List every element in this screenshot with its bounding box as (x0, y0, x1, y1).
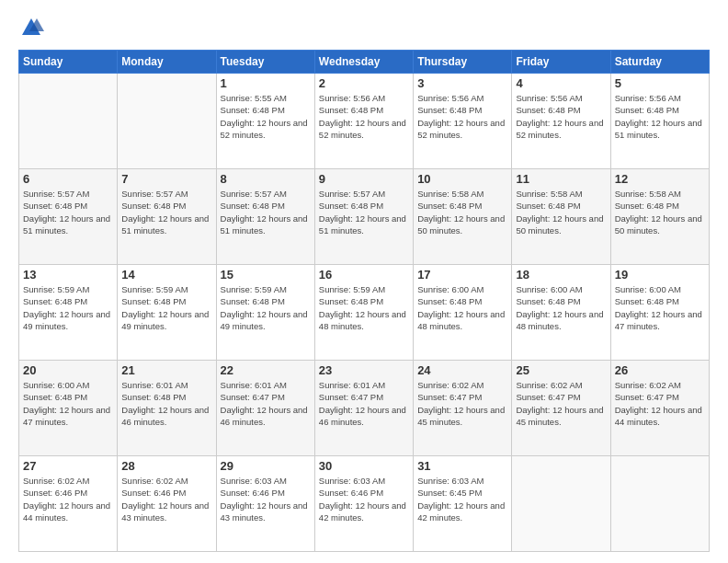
day-info: Sunrise: 6:01 AM Sunset: 6:47 PM Dayligh… (221, 379, 311, 428)
day-number: 15 (221, 268, 311, 282)
day-number: 11 (516, 172, 606, 186)
day-number: 16 (319, 268, 409, 282)
day-number: 30 (319, 459, 409, 473)
calendar-cell: 3Sunrise: 5:56 AM Sunset: 6:48 PM Daylig… (414, 74, 512, 169)
week-row-4: 20Sunrise: 6:00 AM Sunset: 6:48 PM Dayli… (19, 361, 710, 456)
calendar-cell: 4Sunrise: 5:56 AM Sunset: 6:48 PM Daylig… (512, 74, 610, 169)
day-info: Sunrise: 5:55 AM Sunset: 6:48 PM Dayligh… (221, 92, 311, 141)
calendar-cell: 9Sunrise: 5:57 AM Sunset: 6:48 PM Daylig… (314, 169, 413, 265)
week-row-2: 6Sunrise: 5:57 AM Sunset: 6:48 PM Daylig… (19, 169, 710, 265)
day-number: 8 (221, 172, 311, 186)
day-info: Sunrise: 6:00 AM Sunset: 6:48 PM Dayligh… (516, 283, 606, 332)
calendar-table: SundayMondayTuesdayWednesdayThursdayFrid… (18, 50, 710, 552)
calendar-cell: 12Sunrise: 5:58 AM Sunset: 6:48 PM Dayli… (610, 169, 709, 265)
calendar-cell: 13Sunrise: 5:59 AM Sunset: 6:48 PM Dayli… (19, 265, 118, 361)
weekday-header-tuesday: Tuesday (216, 51, 314, 74)
calendar-cell: 26Sunrise: 6:02 AM Sunset: 6:47 PM Dayli… (610, 361, 709, 456)
day-number: 19 (615, 268, 705, 282)
day-info: Sunrise: 6:00 AM Sunset: 6:48 PM Dayligh… (23, 379, 113, 428)
day-info: Sunrise: 6:00 AM Sunset: 6:48 PM Dayligh… (417, 283, 507, 332)
day-number: 24 (417, 363, 507, 377)
day-info: Sunrise: 5:56 AM Sunset: 6:48 PM Dayligh… (615, 92, 705, 141)
day-info: Sunrise: 5:57 AM Sunset: 6:48 PM Dayligh… (121, 188, 211, 236)
day-info: Sunrise: 5:57 AM Sunset: 6:48 PM Dayligh… (23, 188, 113, 236)
day-info: Sunrise: 6:03 AM Sunset: 6:45 PM Dayligh… (417, 475, 507, 523)
calendar-cell (118, 74, 216, 169)
day-number: 21 (121, 363, 211, 377)
calendar-cell: 24Sunrise: 6:02 AM Sunset: 6:47 PM Dayli… (414, 361, 512, 456)
calendar-cell (610, 456, 709, 552)
weekday-header-sunday: Sunday (19, 51, 118, 74)
calendar-cell: 16Sunrise: 5:59 AM Sunset: 6:48 PM Dayli… (314, 265, 413, 361)
weekday-header-friday: Friday (512, 51, 610, 74)
calendar-cell: 21Sunrise: 6:01 AM Sunset: 6:48 PM Dayli… (118, 361, 216, 456)
logo (18, 15, 48, 40)
day-number: 13 (23, 268, 113, 282)
day-info: Sunrise: 5:56 AM Sunset: 6:48 PM Dayligh… (319, 92, 409, 141)
calendar-cell: 18Sunrise: 6:00 AM Sunset: 6:48 PM Dayli… (512, 265, 610, 361)
weekday-header-wednesday: Wednesday (314, 51, 413, 74)
calendar-cell: 19Sunrise: 6:00 AM Sunset: 6:48 PM Dayli… (610, 265, 709, 361)
day-number: 12 (615, 172, 705, 186)
day-number: 25 (516, 363, 606, 377)
day-number: 9 (319, 172, 409, 186)
day-info: Sunrise: 6:02 AM Sunset: 6:47 PM Dayligh… (516, 379, 606, 428)
day-number: 5 (615, 76, 705, 90)
day-info: Sunrise: 5:58 AM Sunset: 6:48 PM Dayligh… (516, 188, 606, 236)
day-info: Sunrise: 6:01 AM Sunset: 6:47 PM Dayligh… (319, 379, 409, 428)
day-info: Sunrise: 6:03 AM Sunset: 6:46 PM Dayligh… (319, 475, 409, 523)
day-number: 26 (615, 363, 705, 377)
day-number: 14 (121, 268, 211, 282)
day-info: Sunrise: 5:56 AM Sunset: 6:48 PM Dayligh… (516, 92, 606, 141)
calendar-cell: 27Sunrise: 6:02 AM Sunset: 6:46 PM Dayli… (19, 456, 118, 552)
day-number: 6 (23, 172, 113, 186)
calendar-cell: 5Sunrise: 5:56 AM Sunset: 6:48 PM Daylig… (610, 74, 709, 169)
week-row-3: 13Sunrise: 5:59 AM Sunset: 6:48 PM Dayli… (19, 265, 710, 361)
day-number: 20 (23, 363, 113, 377)
calendar-cell: 14Sunrise: 5:59 AM Sunset: 6:48 PM Dayli… (118, 265, 216, 361)
weekday-header-thursday: Thursday (414, 51, 512, 74)
calendar-cell: 11Sunrise: 5:58 AM Sunset: 6:48 PM Dayli… (512, 169, 610, 265)
calendar-cell: 28Sunrise: 6:02 AM Sunset: 6:46 PM Dayli… (118, 456, 216, 552)
calendar-cell: 22Sunrise: 6:01 AM Sunset: 6:47 PM Dayli… (216, 361, 314, 456)
calendar-cell: 1Sunrise: 5:55 AM Sunset: 6:48 PM Daylig… (216, 74, 314, 169)
calendar-cell: 29Sunrise: 6:03 AM Sunset: 6:46 PM Dayli… (216, 456, 314, 552)
day-number: 29 (221, 459, 311, 473)
day-number: 10 (417, 172, 507, 186)
calendar-cell: 30Sunrise: 6:03 AM Sunset: 6:46 PM Dayli… (314, 456, 413, 552)
day-info: Sunrise: 5:58 AM Sunset: 6:48 PM Dayligh… (417, 188, 507, 236)
day-number: 23 (319, 363, 409, 377)
day-number: 17 (417, 268, 507, 282)
day-info: Sunrise: 6:02 AM Sunset: 6:47 PM Dayligh… (417, 379, 507, 428)
day-info: Sunrise: 5:59 AM Sunset: 6:48 PM Dayligh… (121, 283, 211, 332)
week-row-5: 27Sunrise: 6:02 AM Sunset: 6:46 PM Dayli… (19, 456, 710, 552)
day-number: 3 (417, 76, 507, 90)
day-info: Sunrise: 5:57 AM Sunset: 6:48 PM Dayligh… (319, 188, 409, 236)
day-number: 18 (516, 268, 606, 282)
calendar-cell: 20Sunrise: 6:00 AM Sunset: 6:48 PM Dayli… (19, 361, 118, 456)
calendar-cell: 31Sunrise: 6:03 AM Sunset: 6:45 PM Dayli… (414, 456, 512, 552)
day-info: Sunrise: 6:03 AM Sunset: 6:46 PM Dayligh… (221, 475, 311, 523)
weekday-header-row: SundayMondayTuesdayWednesdayThursdayFrid… (19, 51, 710, 74)
calendar-cell (512, 456, 610, 552)
day-info: Sunrise: 6:02 AM Sunset: 6:46 PM Dayligh… (121, 475, 211, 523)
day-number: 1 (221, 76, 311, 90)
calendar-cell: 10Sunrise: 5:58 AM Sunset: 6:48 PM Dayli… (414, 169, 512, 265)
day-number: 28 (121, 459, 211, 473)
day-number: 31 (417, 459, 507, 473)
week-row-1: 1Sunrise: 5:55 AM Sunset: 6:48 PM Daylig… (19, 74, 710, 169)
page: SundayMondayTuesdayWednesdayThursdayFrid… (0, 0, 728, 563)
day-info: Sunrise: 5:58 AM Sunset: 6:48 PM Dayligh… (615, 188, 705, 236)
day-info: Sunrise: 5:59 AM Sunset: 6:48 PM Dayligh… (319, 283, 409, 332)
day-info: Sunrise: 5:56 AM Sunset: 6:48 PM Dayligh… (417, 92, 507, 141)
calendar-cell: 15Sunrise: 5:59 AM Sunset: 6:48 PM Dayli… (216, 265, 314, 361)
header (18, 15, 710, 40)
calendar-cell: 8Sunrise: 5:57 AM Sunset: 6:48 PM Daylig… (216, 169, 314, 265)
day-number: 4 (516, 76, 606, 90)
calendar-cell: 6Sunrise: 5:57 AM Sunset: 6:48 PM Daylig… (19, 169, 118, 265)
day-info: Sunrise: 5:59 AM Sunset: 6:48 PM Dayligh… (221, 283, 311, 332)
day-number: 27 (23, 459, 113, 473)
day-info: Sunrise: 6:02 AM Sunset: 6:47 PM Dayligh… (615, 379, 705, 428)
day-number: 2 (319, 76, 409, 90)
logo-icon (18, 15, 44, 40)
